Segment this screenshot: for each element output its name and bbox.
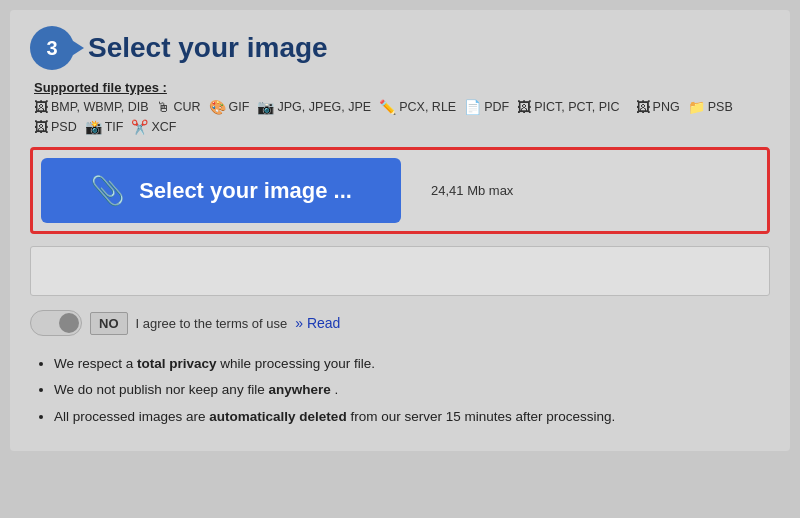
privacy-2-prefix: We do not publish nor keep any file	[54, 382, 268, 397]
drop-zone[interactable]	[30, 246, 770, 296]
bmp-text: BMP, WBMP, DIB	[51, 100, 148, 114]
privacy-1-prefix: We respect a	[54, 356, 137, 371]
privacy-1-bold: total privacy	[137, 356, 217, 371]
file-type-xcf: ✂️ XCF	[131, 119, 176, 135]
file-type-gif: 🎨 GIF	[209, 99, 250, 115]
xcf-icon: ✂️	[131, 119, 148, 135]
privacy-1-suffix: while processing your file.	[220, 356, 375, 371]
privacy-list: We respect a total privacy while process…	[30, 352, 770, 429]
file-type-pdf: 📄 PDF	[464, 99, 509, 115]
step-badge: 3	[30, 26, 74, 70]
max-size-label: 24,41 Mb max	[431, 183, 513, 198]
terms-toggle[interactable]	[30, 310, 82, 336]
cur-icon: 🖱	[156, 99, 170, 115]
privacy-item-3: All processed images are automatically d…	[54, 405, 770, 429]
gif-text: GIF	[229, 100, 250, 114]
pcx-text: PCX, RLE	[399, 100, 456, 114]
pict-icon: 🖼	[517, 99, 531, 115]
paperclip-icon: 📎	[90, 174, 125, 207]
page-title: Select your image	[88, 32, 328, 64]
privacy-2-suffix: .	[334, 382, 338, 397]
psb-icon: 📁	[688, 99, 705, 115]
terms-read-link[interactable]: » Read	[295, 315, 340, 331]
png-icon: 🖼	[636, 99, 650, 115]
file-type-pict: 🖼 PICT, PCT, PIC	[517, 99, 619, 115]
xcf-text: XCF	[151, 120, 176, 134]
terms-row: NO I agree to the terms of use » Read	[30, 310, 770, 336]
tif-icon: 📸	[85, 119, 102, 135]
file-type-tif: 📸 TIF	[85, 119, 124, 135]
select-area: 📎 Select your image ... 24,41 Mb max	[30, 147, 770, 234]
psd-icon: 🖼	[34, 119, 48, 135]
privacy-3-bold: automatically deleted	[209, 409, 346, 424]
header: 3 Select your image	[30, 26, 770, 70]
privacy-item-2: We do not publish nor keep any file anyw…	[54, 378, 770, 402]
pcx-icon: ✏️	[379, 99, 396, 115]
file-types-row: 🖼 BMP, WBMP, DIB 🖱 CUR 🎨 GIF 📷 JPG, JPEG…	[34, 99, 770, 135]
jpg-text: JPG, JPEG, JPE	[277, 100, 371, 114]
privacy-3-suffix: from our server 15 minutes after process…	[350, 409, 615, 424]
terms-no-label: NO	[90, 312, 128, 335]
psb-text: PSB	[708, 100, 733, 114]
png-text: PNG	[653, 100, 680, 114]
privacy-2-bold: anywhere	[268, 382, 330, 397]
pdf-text: PDF	[484, 100, 509, 114]
supported-types-section: Supported file types : 🖼 BMP, WBMP, DIB …	[30, 80, 770, 135]
gif-icon: 🎨	[209, 99, 226, 115]
file-type-bmp: 🖼 BMP, WBMP, DIB	[34, 99, 148, 115]
file-type-png: 🖼 PNG	[636, 99, 680, 115]
terms-text: I agree to the terms of use	[136, 316, 288, 331]
pdf-icon: 📄	[464, 99, 481, 115]
tif-text: TIF	[105, 120, 124, 134]
pict-text: PICT, PCT, PIC	[534, 100, 619, 114]
bmp-icon: 🖼	[34, 99, 48, 115]
psd-text: PSD	[51, 120, 77, 134]
file-type-pcx: ✏️ PCX, RLE	[379, 99, 456, 115]
privacy-3-prefix: All processed images are	[54, 409, 209, 424]
file-type-psb: 📁 PSB	[688, 99, 733, 115]
select-button-label: Select your image ...	[139, 178, 352, 204]
toggle-knob	[59, 313, 79, 333]
file-type-jpg: 📷 JPG, JPEG, JPE	[257, 99, 371, 115]
cur-text: CUR	[173, 100, 200, 114]
step-number: 3	[46, 37, 57, 60]
privacy-item-1: We respect a total privacy while process…	[54, 352, 770, 376]
supported-types-label: Supported file types :	[34, 80, 770, 95]
file-type-cur: 🖱 CUR	[156, 99, 200, 115]
file-type-psd: 🖼 PSD	[34, 119, 77, 135]
main-container: 3 Select your image Supported file types…	[10, 10, 790, 451]
select-image-button[interactable]: 📎 Select your image ...	[41, 158, 401, 223]
jpg-icon: 📷	[257, 99, 274, 115]
